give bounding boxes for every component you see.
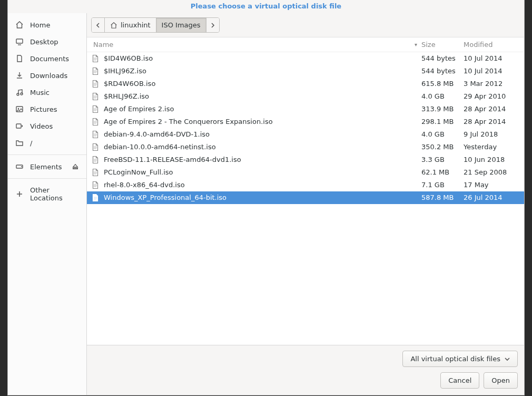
sidebar-item-root[interactable]: / <box>8 134 86 151</box>
sidebar-separator <box>8 178 86 179</box>
file-modified: 10 Jul 2014 <box>464 66 519 76</box>
file-name: rhel-8.0-x86_64-dvd.iso <box>104 180 185 190</box>
file-icon <box>91 130 100 139</box>
path-crumb-label: ISO Images <box>162 21 201 29</box>
file-name-cell: FreeBSD-11.1-RELEASE-amd64-dvd1.iso <box>91 154 421 165</box>
sidebar-item-videos[interactable]: Videos <box>8 118 86 134</box>
file-row[interactable]: FreeBSD-11.1-RELEASE-amd64-dvd1.iso3.3 G… <box>87 153 524 166</box>
file-icon <box>91 168 100 177</box>
column-header-label: Name <box>93 41 113 49</box>
column-header-name[interactable]: Name ▾ <box>91 41 421 49</box>
file-row[interactable]: debian-9.4.0-amd64-DVD-1.iso4.0 GB9 Jul … <box>87 128 524 141</box>
file-name: PCLoginNow_Full.iso <box>104 167 173 178</box>
file-name-cell: Windows_XP_Professional_64-bit.iso <box>91 192 421 203</box>
file-name-cell: rhel-8.0-x86_64-dvd.iso <box>91 180 421 190</box>
file-row[interactable]: rhel-8.0-x86_64-dvd.iso7.1 GB17 May <box>87 179 524 191</box>
sidebar-item-elements[interactable]: Elements <box>8 158 72 175</box>
file-list: Name ▾ Size Modified $ID4W6OB.iso544 byt… <box>87 37 524 345</box>
file-size: 587.8 MB <box>421 192 464 203</box>
file-row[interactable]: PCLoginNow_Full.iso62.1 MB21 Sep 2008 <box>87 166 524 179</box>
file-icon <box>91 80 100 88</box>
drive-icon <box>15 162 24 171</box>
file-icon <box>91 156 100 164</box>
window-title: Please choose a virtual optical disk fil… <box>8 0 524 13</box>
column-header-modified[interactable]: Modified <box>464 41 519 49</box>
sidebar-item-label: Documents <box>30 55 69 63</box>
svg-rect-0 <box>16 39 23 43</box>
path-crumb-home[interactable]: linuxhint <box>104 18 156 32</box>
sort-indicator-icon: ▾ <box>415 42 421 47</box>
path-forward-button[interactable] <box>206 18 219 32</box>
file-icon <box>91 118 100 126</box>
file-row[interactable]: $RD4W6OB.iso615.8 MB3 Mar 2012 <box>87 78 524 90</box>
file-icon <box>91 194 100 202</box>
file-row[interactable]: Age of Empires 2 - The Conquerors Expans… <box>87 115 524 128</box>
file-name: FreeBSD-11.1-RELEASE-amd64-dvd1.iso <box>104 154 241 165</box>
path-crumb-current[interactable]: ISO Images <box>156 18 206 32</box>
sidebar-item-label: Videos <box>30 122 53 130</box>
svg-point-7 <box>21 166 22 167</box>
file-size: 615.8 MB <box>421 79 464 89</box>
file-row[interactable]: Windows_XP_Professional_64-bit.iso587.8 … <box>87 191 524 204</box>
file-row[interactable]: $RHLJ96Z.iso4.0 GB29 Apr 2010 <box>87 90 524 103</box>
file-name: debian-10.0.0-amd64-netinst.iso <box>104 142 216 152</box>
file-name: Age of Empires 2 - The Conquerors Expans… <box>104 117 273 127</box>
file-size: 350.2 MB <box>421 142 464 152</box>
file-size: 298.1 MB <box>421 117 464 127</box>
sidebar-item-music[interactable]: Music <box>8 84 86 101</box>
file-icon <box>91 105 100 113</box>
main-pane: linuxhint ISO Images Name ▾ Siz <box>87 13 524 395</box>
path-back-button[interactable] <box>92 18 104 32</box>
file-name: Age of Empires 2.iso <box>104 104 174 114</box>
sidebar-item-label: Other Locations <box>30 186 81 202</box>
column-header-label: Modified <box>464 41 492 49</box>
eject-button[interactable] <box>72 163 82 170</box>
file-name-cell: Age of Empires 2 - The Conquerors Expans… <box>91 117 421 127</box>
file-size: 4.0 GB <box>421 129 464 140</box>
file-name: $ID4W6OB.iso <box>104 53 153 64</box>
sidebar-item-home[interactable]: Home <box>8 16 86 33</box>
file-name: Windows_XP_Professional_64-bit.iso <box>104 192 226 203</box>
path-crumb-label: linuxhint <box>121 21 151 29</box>
sidebar-item-label: Desktop <box>30 38 58 46</box>
window-body: Home Desktop Documents Downloads <box>8 13 524 395</box>
sidebar-item-label: Music <box>30 89 50 96</box>
file-row[interactable]: $ID4W6OB.iso544 bytes10 Jul 2014 <box>87 52 524 65</box>
file-size: 313.9 MB <box>421 104 464 114</box>
sidebar-separator <box>8 154 86 155</box>
file-row[interactable]: Age of Empires 2.iso313.9 MB28 Apr 2014 <box>87 103 524 115</box>
sidebar-item-other-locations[interactable]: Other Locations <box>8 182 86 206</box>
chevron-right-icon <box>211 23 215 28</box>
places-sidebar: Home Desktop Documents Downloads <box>8 13 87 395</box>
sidebar-item-pictures[interactable]: Pictures <box>8 101 86 118</box>
sidebar-item-label: Downloads <box>30 72 67 80</box>
cancel-button[interactable]: Cancel <box>440 372 479 389</box>
chevron-down-icon <box>505 357 510 361</box>
file-name-cell: $RD4W6OB.iso <box>91 79 421 89</box>
dialog-footer: All virtual optical disk files Cancel Op… <box>87 345 524 395</box>
sidebar-item-label: Elements <box>30 163 62 171</box>
column-header-size[interactable]: Size <box>421 41 464 49</box>
file-name-cell: Age of Empires 2.iso <box>91 104 421 114</box>
filter-label: All virtual optical disk files <box>410 355 500 363</box>
file-name-cell: $IHLJ96Z.iso <box>91 66 421 76</box>
svg-point-2 <box>21 93 23 95</box>
documents-icon <box>15 54 24 63</box>
path-buttons: linuxhint ISO Images <box>91 17 220 33</box>
downloads-icon <box>15 71 24 80</box>
file-modified: 3 Mar 2012 <box>464 79 519 89</box>
sidebar-item-desktop[interactable]: Desktop <box>8 33 86 50</box>
column-headers: Name ▾ Size Modified <box>87 37 524 52</box>
file-name: $IHLJ96Z.iso <box>104 66 146 76</box>
file-row[interactable]: debian-10.0.0-amd64-netinst.iso350.2 MBY… <box>87 141 524 153</box>
file-type-filter[interactable]: All virtual optical disk files <box>402 351 518 367</box>
file-row[interactable]: $IHLJ96Z.iso544 bytes10 Jul 2014 <box>87 65 524 78</box>
file-rows[interactable]: $ID4W6OB.iso544 bytes10 Jul 2014$IHLJ96Z… <box>87 52 524 345</box>
file-icon <box>91 54 100 63</box>
sidebar-item-documents[interactable]: Documents <box>8 50 86 67</box>
file-size: 544 bytes <box>421 53 464 64</box>
file-modified: 28 Apr 2014 <box>464 104 519 114</box>
column-header-label: Size <box>421 41 436 49</box>
open-button[interactable]: Open <box>484 372 518 389</box>
sidebar-item-downloads[interactable]: Downloads <box>8 67 86 84</box>
